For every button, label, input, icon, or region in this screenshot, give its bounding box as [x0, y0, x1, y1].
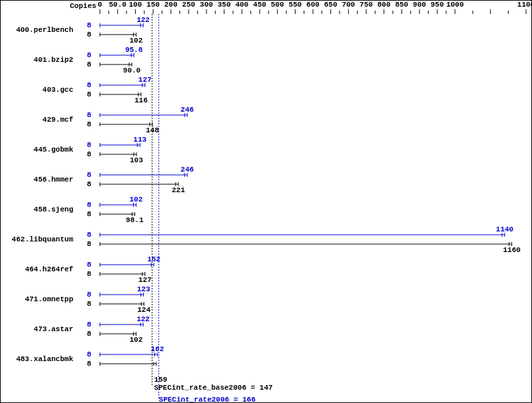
axis-tick-label: 700: [342, 1, 355, 9]
copies-base: 8: [87, 180, 91, 188]
peak-value: 102: [129, 196, 142, 203]
copies-base: 8: [87, 150, 91, 158]
chart-border: [1, 1, 532, 403]
copies-peak: 8: [87, 51, 91, 59]
base-value: 102: [129, 336, 142, 344]
copies-peak: 8: [87, 21, 91, 29]
ref-base-label: SPECint_rate_base2006 = 147: [154, 384, 272, 392]
axis-tick-label: 800: [378, 1, 391, 9]
benchmark-name: 400.perlbench: [16, 26, 73, 34]
benchmark-name: 464.h264ref: [25, 265, 73, 273]
benchmark-name: 445.gobmk: [34, 146, 74, 154]
base-value: 102: [129, 37, 142, 45]
peak-value: 113: [133, 136, 146, 144]
ref-peak-label: SPECint_rate2006 = 166: [159, 396, 256, 403]
base-value: 221: [172, 186, 185, 194]
copies-peak: 8: [87, 321, 91, 329]
base-value: 1160: [503, 246, 520, 254]
axis-tick-label: 650: [324, 1, 338, 9]
axis-tick-label: 100: [129, 1, 142, 9]
benchmark-name: 456.hmmer: [34, 176, 73, 184]
copies-peak: 8: [87, 201, 91, 209]
ref-base-extra: 159: [154, 376, 167, 384]
axis-tick-label: 350: [218, 1, 231, 9]
peak-value: 95.8: [125, 46, 143, 54]
axis-tick-label: 150: [146, 1, 160, 9]
base-value: 116: [134, 96, 148, 104]
benchmark-name: 458.sjeng: [34, 205, 73, 213]
axis-tick-label: 200: [164, 1, 178, 9]
axis-tick-label: 300: [200, 1, 213, 9]
copies-base: 8: [87, 240, 91, 248]
peak-value: 122: [136, 16, 150, 24]
benchmark-name: 401.bzip2: [34, 56, 73, 64]
copies-peak: 8: [87, 291, 91, 299]
axis-tick-label: 400: [235, 1, 248, 9]
copies-base: 8: [87, 330, 91, 338]
peak-value: 162: [150, 345, 164, 353]
base-value: 148: [146, 126, 159, 134]
axis-tick-label: 950: [431, 1, 444, 9]
copies-peak: 8: [87, 350, 91, 358]
axis-tick-label: 1000: [446, 1, 463, 9]
benchmark-name: 462.libquantum: [12, 235, 74, 243]
copies-base: 8: [87, 31, 91, 39]
peak-value: 1140: [496, 225, 513, 233]
axis-tick-label: 850: [395, 1, 408, 9]
benchmark-name: 473.astar: [34, 325, 73, 333]
axis-tick-label: 0: [98, 1, 103, 9]
peak-value: 122: [136, 315, 150, 323]
benchmark-name: 483.xalancbmk: [16, 355, 73, 363]
copies-peak: 8: [87, 111, 91, 119]
base-value: 90.0: [123, 67, 140, 74]
axis-tick-label: 750: [360, 1, 373, 9]
benchmark-name: 403.gcc: [43, 86, 73, 94]
copies-base: 8: [87, 120, 91, 128]
peak-value: 246: [180, 106, 194, 114]
axis-tick-label: 50.0: [109, 1, 126, 9]
axis-tick-label: 500: [271, 1, 284, 9]
copies-header: Copies: [70, 2, 97, 10]
axis-tick-label: 250: [182, 1, 195, 9]
peak-value: 123: [137, 285, 150, 293]
base-value: 124: [137, 306, 150, 314]
copies-peak: 8: [87, 171, 91, 179]
copies-base: 8: [87, 270, 91, 278]
spec-rate-chart: Copies050.010015020025030035040045050055…: [0, 0, 532, 403]
copies-base: 8: [87, 90, 91, 98]
copies-peak: 8: [87, 141, 91, 149]
copies-base: 8: [87, 300, 91, 308]
base-value: 98.1: [126, 216, 144, 224]
copies-base: 8: [87, 360, 91, 368]
axis-tick-label: 600: [306, 1, 320, 9]
copies-base: 8: [87, 61, 91, 68]
copies-peak: 8: [87, 81, 91, 89]
peak-value: 152: [147, 255, 160, 263]
axis-tick-label: 1100: [517, 1, 532, 9]
base-value: 127: [138, 276, 152, 284]
copies-peak: 8: [87, 231, 91, 239]
axis-tick-label: 900: [413, 1, 426, 9]
peak-value: 246: [180, 166, 194, 174]
copies-base: 8: [87, 210, 91, 218]
axis-tick-label: 450: [253, 1, 266, 9]
copies-peak: 8: [87, 261, 91, 269]
peak-value: 127: [138, 76, 152, 84]
benchmark-name: 429.mcf: [43, 116, 74, 124]
benchmark-name: 471.omnetpp: [25, 295, 73, 303]
axis-tick-label: 550: [288, 1, 302, 9]
base-value: 103: [130, 156, 143, 164]
